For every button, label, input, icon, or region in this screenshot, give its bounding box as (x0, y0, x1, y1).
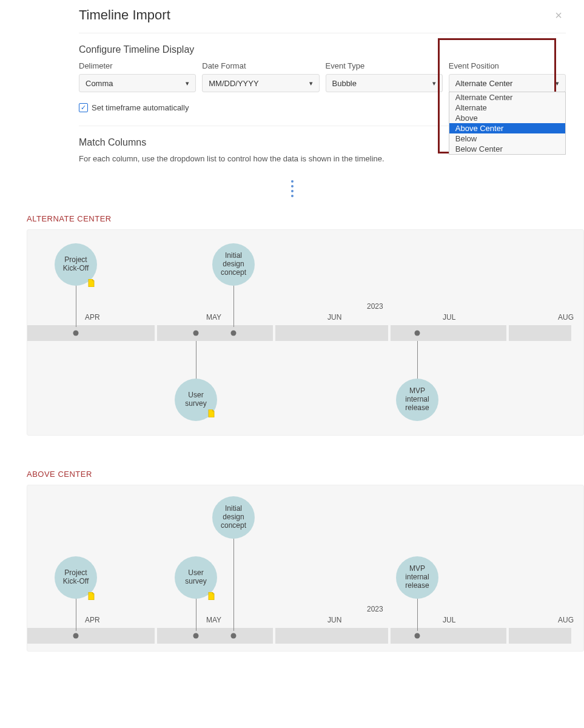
month-label: MAY (206, 313, 221, 322)
event-bubble-mvp: MVP internal release (396, 556, 438, 599)
month-label: APR (85, 313, 100, 322)
month-label: AUG (558, 616, 574, 624)
note-icon (88, 278, 95, 286)
delimiter-value: Comma (86, 79, 113, 88)
dialog-title: Timeline Import (79, 7, 170, 23)
delimiter-label: Delimeter (79, 61, 196, 70)
option-below-center[interactable]: Below Center (449, 144, 565, 154)
event-type-select[interactable]: Bubble ▾ (326, 74, 443, 92)
event-bubble-design: Initial design concept (212, 243, 255, 286)
option-alternate[interactable]: Alternate (449, 103, 565, 113)
event-position-label: Event Position (449, 61, 566, 70)
set-timeframe-label: Set timeframe automatically (92, 103, 189, 112)
note-icon (88, 592, 95, 599)
chevron-down-icon: ▾ (186, 79, 189, 87)
event-type-label: Event Type (326, 61, 443, 70)
date-format-label: Date Format (202, 61, 319, 70)
close-icon[interactable]: × (551, 8, 566, 22)
event-position-value: Alternate Center (455, 79, 513, 88)
timeline-year: 2023 (367, 302, 383, 311)
section-label-alternate-center: ALTERNATE CENTER (27, 214, 584, 223)
option-alternate-center[interactable]: Alternate Center (449, 92, 565, 103)
note-icon (208, 592, 215, 599)
timeline-above-center: 2023 APR MAY JUN JUL AUG Project Kick-Of… (27, 485, 584, 652)
chevron-down-icon: ▾ (555, 79, 559, 87)
month-label: JUL (443, 616, 455, 624)
date-format-select[interactable]: MM/DD/YYYY ▾ (202, 74, 319, 92)
event-position-select[interactable]: Alternate Center ▾ (449, 74, 566, 92)
event-position-dropdown[interactable]: Alternate Center Alternate Above Above C… (449, 92, 566, 155)
month-label: JUN (327, 313, 341, 322)
match-columns-desc: For each column, use the dropdown list t… (79, 154, 566, 163)
timeline-alternate-center: 2023 APR MAY JUN JUL AUG Project Kick-Of (27, 229, 584, 436)
date-format-value: MM/DD/YYYY (209, 79, 258, 88)
configure-section-title: Configure Timeline Display (79, 44, 566, 55)
section-label-above-center: ABOVE CENTER (27, 470, 584, 479)
chevron-down-icon: ▾ (432, 79, 436, 87)
month-label: APR (85, 616, 100, 624)
delimiter-select[interactable]: Comma ▾ (79, 74, 196, 92)
option-below[interactable]: Below (449, 133, 565, 144)
timeline-year: 2023 (367, 605, 383, 613)
event-bubble-design: Initial design concept (212, 496, 255, 539)
month-label: JUN (327, 616, 341, 624)
set-timeframe-checkbox[interactable]: ✓ (79, 103, 88, 112)
month-label: JUL (443, 313, 455, 322)
event-bubble-mvp: MVP internal release (396, 379, 438, 421)
month-label: AUG (558, 313, 574, 322)
month-label: MAY (206, 616, 221, 624)
chevron-down-icon: ▾ (309, 79, 313, 87)
event-type-value: Bubble (332, 79, 357, 88)
timeline-axis (27, 325, 571, 341)
option-above[interactable]: Above (449, 113, 565, 123)
timeline-axis (27, 628, 571, 644)
vertical-ellipsis-icon (0, 180, 584, 197)
option-above-center[interactable]: Above Center (449, 123, 565, 133)
note-icon (208, 409, 215, 417)
